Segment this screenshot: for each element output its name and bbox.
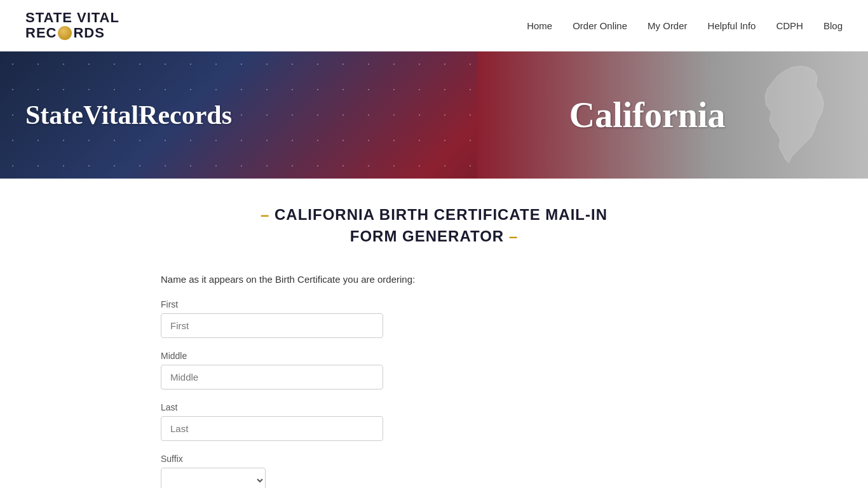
first-name-label: First [161,299,593,309]
title-line2: FORM GENERATOR [350,227,504,245]
hero-left-text: StateVitalRecords [0,100,232,130]
main-nav: Home Order Online My Order Helpful Info … [527,20,843,31]
logo-circle-icon [58,26,72,40]
last-name-label: Last [161,402,593,412]
title-dash-left: – [261,206,269,223]
last-name-group: Last [161,402,593,441]
middle-name-group: Middle [161,351,593,390]
first-name-group: First [161,299,593,338]
birth-certificate-form: Name as it appears on the Birth Certific… [161,273,593,488]
nav-helpful-info[interactable]: Helpful Info [708,20,756,31]
middle-name-label: Middle [161,351,593,361]
title-line1: CALIFORNIA BIRTH CERTIFICATE MAIL-IN [275,206,607,223]
site-header: STATE VITAL REC RDS Home Order Online My… [0,0,868,51]
logo-line2: REC RDS [25,25,119,41]
logo-line1: STATE VITAL [25,10,119,25]
logo[interactable]: STATE VITAL REC RDS [25,10,119,41]
last-name-input[interactable] [161,416,383,441]
logo-rds: RDS [73,25,104,41]
hero-right-section: California [477,51,868,179]
title-dash-right: – [509,227,518,245]
page-title: – CALIFORNIA BIRTH CERTIFICATE MAIL-IN F… [161,204,707,247]
nav-cdph[interactable]: CDPH [776,20,803,31]
nav-order-online[interactable]: Order Online [573,20,627,31]
nav-home[interactable]: Home [527,20,552,31]
logo-rec: REC [25,25,57,41]
main-content: – CALIFORNIA BIRTH CERTIFICATE MAIL-IN F… [148,179,720,488]
page-title-block: – CALIFORNIA BIRTH CERTIFICATE MAIL-IN F… [161,204,707,247]
nav-my-order[interactable]: My Order [648,20,688,31]
hero-right-text: California [569,95,776,135]
suffix-select[interactable]: Jr. Sr. II III IV [161,468,266,488]
form-description: Name as it appears on the Birth Certific… [161,273,593,287]
nav-blog[interactable]: Blog [824,20,843,31]
suffix-group: Suffix Jr. Sr. II III IV [161,454,593,488]
hero-banner: StateVitalRecords California [0,51,868,179]
middle-name-input[interactable] [161,365,383,390]
suffix-label: Suffix [161,454,593,464]
first-name-input[interactable] [161,313,383,338]
